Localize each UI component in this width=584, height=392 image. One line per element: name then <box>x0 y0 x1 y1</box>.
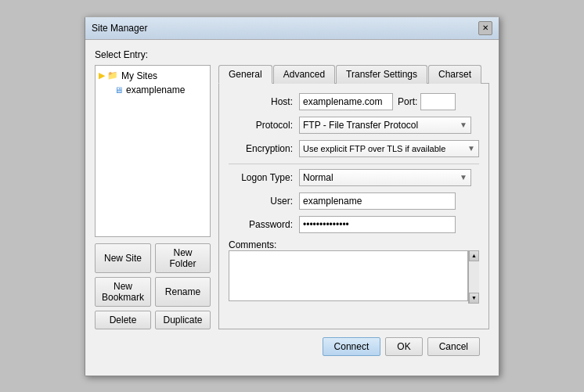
rename-button[interactable]: Rename <box>155 277 211 307</box>
connect-button[interactable]: Connect <box>323 337 381 356</box>
logon-type-dropdown[interactable]: Normal ▼ <box>299 169 471 186</box>
tree-root-item[interactable]: ▶ 📁 My Sites <box>99 69 207 83</box>
new-bookmark-button[interactable]: New Bookmark <box>95 277 151 307</box>
window-title: Site Manager <box>92 23 147 34</box>
tab-bar: General Advanced Transfer Settings Chars… <box>218 65 489 84</box>
comments-scrollbar[interactable]: ▲ ▼ <box>468 250 479 304</box>
comments-label: Comments: <box>229 239 276 250</box>
protocol-dropdown[interactable]: FTP - File Transfer Protocol ▼ <box>299 117 471 134</box>
protocol-label: Protocol: <box>229 120 299 131</box>
cancel-button[interactable]: Cancel <box>427 337 480 356</box>
comments-section: Comments: ▲ ▼ <box>229 239 479 304</box>
encryption-dropdown[interactable]: Use explicit FTP over TLS if available ▼ <box>299 140 479 157</box>
user-row: User: <box>229 192 479 210</box>
folder-icon: ▶ 📁 <box>99 70 118 81</box>
tab-content-general: Host: Port: Protocol: FTP - File Transfe… <box>218 83 489 329</box>
protocol-value: FTP - File Transfer Protocol <box>303 120 418 131</box>
encryption-row: Encryption: Use explicit FTP over TLS if… <box>229 140 479 157</box>
encryption-dropdown-arrow: ▼ <box>467 144 475 153</box>
site-manager-window: Site Manager ✕ Select Entry: ▶ 📁 My Site… <box>85 16 499 376</box>
host-row: Host: Port: <box>229 93 479 110</box>
encryption-label: Encryption: <box>229 143 299 154</box>
delete-button[interactable]: Delete <box>95 311 151 329</box>
close-button[interactable]: ✕ <box>478 21 492 35</box>
host-label: Host: <box>229 96 299 107</box>
tab-transfer-settings[interactable]: Transfer Settings <box>336 65 427 84</box>
right-panel: General Advanced Transfer Settings Chars… <box>218 65 489 329</box>
logon-separator <box>229 164 479 164</box>
user-label: User: <box>229 196 299 207</box>
logon-type-value: Normal <box>303 172 333 183</box>
password-input[interactable] <box>299 216 456 233</box>
scrollbar-up-button[interactable]: ▲ <box>469 250 479 261</box>
logon-dropdown-arrow: ▼ <box>460 173 467 182</box>
tab-advanced[interactable]: Advanced <box>273 65 335 84</box>
comments-input[interactable] <box>229 250 468 301</box>
left-button-group: New Site New Folder New Bookmark Rename … <box>95 243 211 329</box>
encryption-value: Use explicit FTP over TLS if available <box>303 144 445 153</box>
password-label: Password: <box>229 219 299 230</box>
new-site-button[interactable]: New Site <box>95 243 151 273</box>
logon-type-label: Logon Type: <box>229 172 299 183</box>
logon-type-row: Logon Type: Normal ▼ <box>229 169 479 186</box>
port-label: Port: <box>398 96 417 107</box>
password-row: Password: <box>229 216 479 233</box>
protocol-dropdown-arrow: ▼ <box>460 120 467 129</box>
tab-general[interactable]: General <box>218 65 272 84</box>
tree-child-item[interactable]: 🖥 examplename <box>99 83 207 97</box>
port-input[interactable] <box>420 93 456 110</box>
protocol-row: Protocol: FTP - File Transfer Protocol ▼ <box>229 117 479 134</box>
new-folder-button[interactable]: New Folder <box>155 243 211 273</box>
user-input[interactable] <box>299 192 456 210</box>
site-tree[interactable]: ▶ 📁 My Sites 🖥 examplename <box>95 65 211 237</box>
select-entry-label: Select Entry: <box>95 49 489 60</box>
duplicate-button[interactable]: Duplicate <box>155 311 211 329</box>
tab-charset[interactable]: Charset <box>428 65 481 84</box>
tree-child-label: examplename <box>126 85 185 95</box>
window-body: Select Entry: ▶ 📁 My Sites 🖥 examplename… <box>85 40 499 372</box>
host-input[interactable] <box>299 93 393 110</box>
left-panel: ▶ 📁 My Sites 🖥 examplename New Site New … <box>95 65 211 329</box>
ok-button[interactable]: OK <box>385 337 422 356</box>
main-area: ▶ 📁 My Sites 🖥 examplename New Site New … <box>95 65 489 329</box>
comments-container: ▲ ▼ <box>229 250 479 304</box>
bottom-bar: Connect OK Cancel <box>95 329 489 362</box>
tree-root-label: My Sites <box>121 70 157 81</box>
site-icon: 🖥 <box>114 85 123 95</box>
scrollbar-down-button[interactable]: ▼ <box>469 293 479 304</box>
titlebar: Site Manager ✕ <box>85 17 499 40</box>
